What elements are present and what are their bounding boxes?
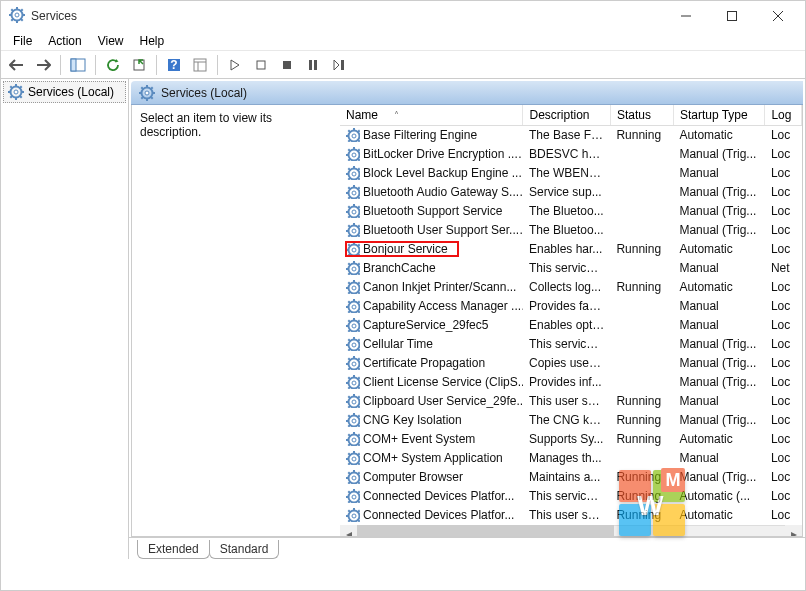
- menu-help[interactable]: Help: [132, 32, 173, 50]
- service-startup: Manual: [673, 259, 764, 278]
- service-desc: The Bluetoo...: [523, 202, 610, 221]
- scroll-left-icon[interactable]: ◂: [340, 525, 357, 536]
- service-startup: Manual (Trig...: [673, 335, 764, 354]
- table-row[interactable]: CNG Key IsolationThe CNG ke...RunningMan…: [340, 411, 802, 430]
- help-button[interactable]: ?: [162, 53, 186, 77]
- svg-rect-26: [341, 60, 344, 70]
- table-row[interactable]: Bluetooth Audio Gateway S...Service sup.…: [340, 183, 802, 202]
- service-desc: Provides inf...: [523, 373, 610, 392]
- service-status: [610, 297, 673, 316]
- menu-view[interactable]: View: [90, 32, 132, 50]
- stop-service-button[interactable]: [249, 53, 273, 77]
- nav-tree[interactable]: Services (Local): [1, 79, 129, 559]
- table-row[interactable]: Capability Access Manager ...Provides fa…: [340, 297, 802, 316]
- table-row[interactable]: Clipboard User Service_29fe...This user …: [340, 392, 802, 411]
- service-name: Bluetooth Support Service: [363, 204, 502, 218]
- stop-service-filled-button[interactable]: [275, 53, 299, 77]
- service-desc: This user ser...: [523, 392, 610, 411]
- forward-button[interactable]: [31, 53, 55, 77]
- service-startup: Manual (Trig...: [673, 373, 764, 392]
- service-logon: Loc: [765, 126, 802, 145]
- minimize-button[interactable]: [663, 1, 709, 31]
- menu-file[interactable]: File: [5, 32, 40, 50]
- table-row[interactable]: Client License Service (ClipS...Provides…: [340, 373, 802, 392]
- view-tabs: Extended Standard: [129, 537, 805, 559]
- nav-services-local[interactable]: Services (Local): [3, 81, 126, 103]
- service-logon: Loc: [765, 506, 802, 525]
- col-description[interactable]: Description: [523, 105, 610, 126]
- service-startup: Manual: [673, 392, 764, 411]
- window-title: Services: [31, 9, 663, 23]
- service-logon: Loc: [765, 430, 802, 449]
- svg-rect-25: [314, 60, 317, 70]
- menu-bar: File Action View Help: [1, 31, 805, 51]
- service-logon: Loc: [765, 449, 802, 468]
- menu-action[interactable]: Action: [40, 32, 89, 50]
- service-name: COM+ System Application: [363, 451, 503, 465]
- table-row[interactable]: Bonjour ServiceEnables har...RunningAuto…: [340, 240, 802, 259]
- table-row[interactable]: Connected Devices Platfor...This service…: [340, 487, 802, 506]
- scroll-right-icon[interactable]: ▸: [785, 525, 802, 536]
- service-name: Cellular Time: [363, 337, 433, 351]
- table-row[interactable]: Computer BrowserMaintains a...RunningMan…: [340, 468, 802, 487]
- col-logon[interactable]: Log: [765, 105, 802, 126]
- close-button[interactable]: [755, 1, 801, 31]
- service-status: Running: [610, 278, 673, 297]
- app-icon: [9, 7, 25, 26]
- tab-standard[interactable]: Standard: [209, 540, 280, 559]
- service-status: [610, 316, 673, 335]
- service-startup: Manual (Trig...: [673, 183, 764, 202]
- tab-extended[interactable]: Extended: [137, 540, 210, 559]
- start-service-button[interactable]: [223, 53, 247, 77]
- service-startup: Manual: [673, 164, 764, 183]
- service-status: [610, 449, 673, 468]
- service-name: Connected Devices Platfor...: [363, 489, 514, 503]
- table-row[interactable]: Certificate PropagationCopies user ...Ma…: [340, 354, 802, 373]
- service-desc: BDESVC hos...: [523, 145, 610, 164]
- refresh-button[interactable]: [101, 53, 125, 77]
- service-name: Bluetooth Audio Gateway S...: [363, 185, 519, 199]
- table-row[interactable]: Bluetooth User Support Ser...The Bluetoo…: [340, 221, 802, 240]
- service-name: Base Filtering Engine: [363, 128, 477, 142]
- table-row[interactable]: Base Filtering EngineThe Base Fil...Runn…: [340, 126, 802, 145]
- table-row[interactable]: Cellular TimeThis service ...Manual (Tri…: [340, 335, 802, 354]
- svg-text:?: ?: [170, 58, 177, 72]
- col-startup[interactable]: Startup Type: [673, 105, 764, 126]
- table-row[interactable]: CaptureService_29fec5Enables opti...Manu…: [340, 316, 802, 335]
- service-logon: Loc: [765, 392, 802, 411]
- service-status: Running: [610, 430, 673, 449]
- service-name: Computer Browser: [363, 470, 463, 484]
- table-row[interactable]: Block Level Backup Engine ...The WBENG..…: [340, 164, 802, 183]
- horizontal-scrollbar[interactable]: ◂ ▸: [340, 525, 802, 537]
- service-startup: Manual: [673, 449, 764, 468]
- service-name: Certificate Propagation: [363, 356, 485, 370]
- col-status[interactable]: Status: [610, 105, 673, 126]
- service-status: [610, 221, 673, 240]
- service-desc: This service ...: [523, 335, 610, 354]
- table-row[interactable]: Connected Devices Platfor...This user se…: [340, 506, 802, 525]
- service-status: [610, 373, 673, 392]
- restart-service-button[interactable]: [327, 53, 351, 77]
- nav-item-label: Services (Local): [28, 85, 114, 99]
- service-startup: Automatic (...: [673, 487, 764, 506]
- col-name[interactable]: Name: [340, 105, 523, 126]
- table-row[interactable]: Bluetooth Support ServiceThe Bluetoo...M…: [340, 202, 802, 221]
- table-row[interactable]: Canon Inkjet Printer/Scann...Collects lo…: [340, 278, 802, 297]
- table-row[interactable]: COM+ System ApplicationManages th...Manu…: [340, 449, 802, 468]
- table-row[interactable]: BitLocker Drive Encryption ...BDESVC hos…: [340, 145, 802, 164]
- table-row[interactable]: BranchCacheThis service ...ManualNet: [340, 259, 802, 278]
- services-list[interactable]: Name Description Status Startup Type Log…: [340, 105, 802, 536]
- service-logon: Loc: [765, 411, 802, 430]
- description-text: Select an item to view its description.: [140, 111, 272, 139]
- export-list-button[interactable]: [127, 53, 151, 77]
- service-status: [610, 259, 673, 278]
- table-row[interactable]: COM+ Event SystemSupports Sy...RunningAu…: [340, 430, 802, 449]
- pause-service-button[interactable]: [301, 53, 325, 77]
- maximize-button[interactable]: [709, 1, 755, 31]
- properties-button[interactable]: [188, 53, 212, 77]
- service-startup: Manual: [673, 316, 764, 335]
- service-startup: Automatic: [673, 430, 764, 449]
- show-hide-tree-button[interactable]: [66, 53, 90, 77]
- service-status: Running: [610, 506, 673, 525]
- back-button[interactable]: [5, 53, 29, 77]
